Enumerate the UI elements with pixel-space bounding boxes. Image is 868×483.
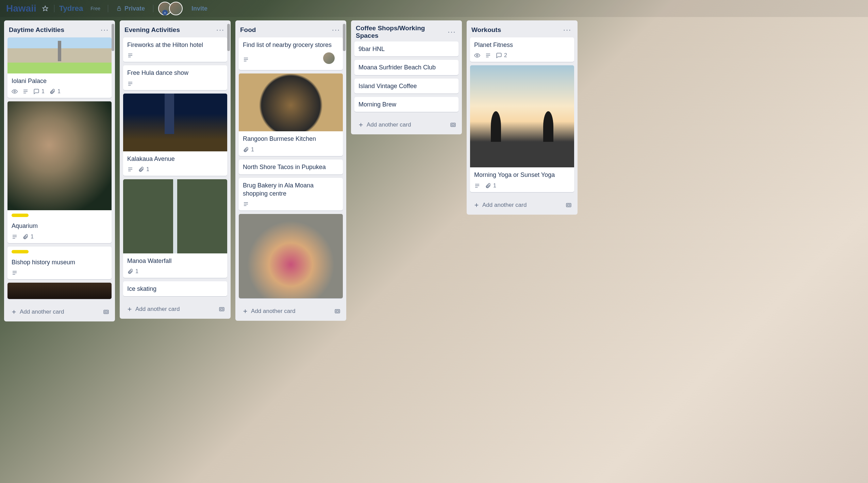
star-board-button[interactable] <box>41 4 49 13</box>
star-icon <box>42 5 48 12</box>
card[interactable]: Moana Surfrider Beach Club <box>354 60 458 75</box>
attachment-icon <box>485 183 491 189</box>
description-icon <box>12 270 18 276</box>
card-badges: 1 <box>239 147 343 156</box>
card-title: Brug Bakery in Ala Moana shopping centre <box>243 181 339 198</box>
card-title: Morning Brew <box>358 100 454 109</box>
badge <box>12 234 18 240</box>
free-badge[interactable]: Free <box>88 4 103 13</box>
board-canvas[interactable]: Daytime Activities···Iolani Palace11Aqua… <box>0 17 868 483</box>
list-footer: Add another card <box>4 303 115 321</box>
card-template-button[interactable] <box>217 304 227 314</box>
team-name[interactable]: Tydrea <box>59 4 83 13</box>
invite-button[interactable]: Invite <box>187 3 212 14</box>
add-card-button[interactable]: Add another card <box>8 306 101 317</box>
card-badges: 1 <box>123 268 227 278</box>
add-card-label: Add another card <box>251 308 295 315</box>
list-header: Workouts··· <box>467 20 578 37</box>
card-template-button[interactable] <box>333 306 342 316</box>
badge <box>485 52 491 59</box>
card[interactable]: Free Hula dance show <box>123 65 227 90</box>
card[interactable]: Manoa Waterfall1 <box>123 179 227 278</box>
card-body: Fireworks at the Hilton hotel <box>123 37 227 52</box>
list-menu-button[interactable]: ··· <box>331 24 341 35</box>
card-template-button[interactable] <box>101 307 111 317</box>
card-label[interactable] <box>12 250 29 253</box>
card[interactable] <box>7 283 112 299</box>
card[interactable]: Find list of nearby grocery stores <box>239 37 343 70</box>
badge-count: 1 <box>251 147 254 153</box>
card[interactable]: Aquarium1 <box>7 101 112 243</box>
badge-count: 1 <box>57 88 61 95</box>
board-name[interactable]: Hawaii <box>6 3 36 14</box>
list-menu-button[interactable]: ··· <box>99 24 110 35</box>
card[interactable]: Morning Brew <box>354 97 458 112</box>
card-label[interactable] <box>12 214 29 217</box>
card[interactable]: North Shore Tacos in Pupukea <box>239 160 343 174</box>
list-menu-button[interactable]: ··· <box>447 27 457 37</box>
card-badges <box>239 201 343 211</box>
card-title: Fireworks at the Hilton hotel <box>127 41 223 49</box>
horizontal-dots-icon: ··· <box>448 28 456 36</box>
divider <box>108 5 108 12</box>
watch-icon <box>12 88 18 95</box>
badge: 1 <box>243 147 254 153</box>
description-icon <box>243 201 249 207</box>
card-template-button[interactable] <box>448 120 458 130</box>
add-card-button[interactable]: Add another card <box>124 304 217 315</box>
card-badges <box>123 81 227 90</box>
card-title: North Shore Tacos in Pupukea <box>243 163 339 171</box>
add-card-button[interactable]: Add another card <box>471 200 564 211</box>
template-icon <box>450 122 456 128</box>
card-badges <box>7 270 112 279</box>
badge: 1 <box>485 183 496 189</box>
card-body: Iolani Palace <box>7 73 112 88</box>
list-title[interactable]: Coffee Shops/Working Spaces <box>356 24 447 39</box>
card-member-avatar[interactable] <box>323 52 335 64</box>
card[interactable]: Ice skating <box>123 281 227 296</box>
list-header: Coffee Shops/Working Spaces··· <box>351 20 462 41</box>
description-icon <box>127 81 133 87</box>
card-cover-image <box>239 214 343 298</box>
card-title: Rangoon Burmese Kitchen <box>243 135 339 143</box>
list-title[interactable]: Daytime Activities <box>9 26 64 34</box>
template-icon <box>334 308 340 314</box>
card[interactable]: 9bar HNL <box>354 41 458 56</box>
badge-count: 1 <box>41 88 45 95</box>
list-cards: Find list of nearby grocery storesRangoo… <box>235 37 346 302</box>
badge <box>127 81 133 87</box>
svg-marker-0 <box>43 6 48 11</box>
add-card-label: Add another card <box>135 306 180 313</box>
add-card-button[interactable]: Add another card <box>355 119 448 130</box>
list-cards: 9bar HNLMoana Surfrider Beach ClubIsland… <box>351 41 462 116</box>
badge: 1 <box>22 234 34 240</box>
card[interactable]: Brug Bakery in Ala Moana shopping centre <box>239 178 343 211</box>
list: Food···Find list of nearby grocery store… <box>235 20 346 321</box>
card[interactable]: Morning Yoga or Sunset Yoga1 <box>470 65 574 192</box>
card[interactable]: Kalakaua Avenue1 <box>123 94 227 176</box>
card[interactable]: Fireworks at the Hilton hotel <box>123 37 227 62</box>
card-title: Free Hula dance show <box>127 69 223 77</box>
card[interactable] <box>239 214 343 298</box>
card[interactable]: Rangoon Burmese Kitchen1 <box>239 73 343 156</box>
list-title[interactable]: Food <box>240 26 256 34</box>
list-header: Daytime Activities··· <box>4 20 115 37</box>
card[interactable]: Bishop history museum <box>7 247 112 279</box>
privacy-button[interactable]: Private <box>113 3 148 14</box>
list-menu-button[interactable]: ··· <box>562 24 573 35</box>
badge: 2 <box>496 52 507 59</box>
card-template-button[interactable] <box>564 200 573 210</box>
list-menu-button[interactable]: ··· <box>215 24 226 35</box>
card-body: Brug Bakery in Ala Moana shopping centre <box>239 178 343 201</box>
card[interactable]: Island Vintage Coffee <box>354 79 458 94</box>
description-icon <box>22 88 29 95</box>
card-cover-image <box>123 94 227 151</box>
list-title[interactable]: Workouts <box>471 26 501 34</box>
card[interactable]: Iolani Palace11 <box>7 37 112 98</box>
card[interactable]: Planet Fitness2 <box>470 37 574 62</box>
list-title[interactable]: Evening Activities <box>124 26 180 34</box>
card-title: Moana Surfrider Beach Club <box>358 63 454 71</box>
add-card-button[interactable]: Add another card <box>239 306 333 317</box>
avatar[interactable] <box>169 2 183 15</box>
card-cover-image <box>7 283 112 299</box>
